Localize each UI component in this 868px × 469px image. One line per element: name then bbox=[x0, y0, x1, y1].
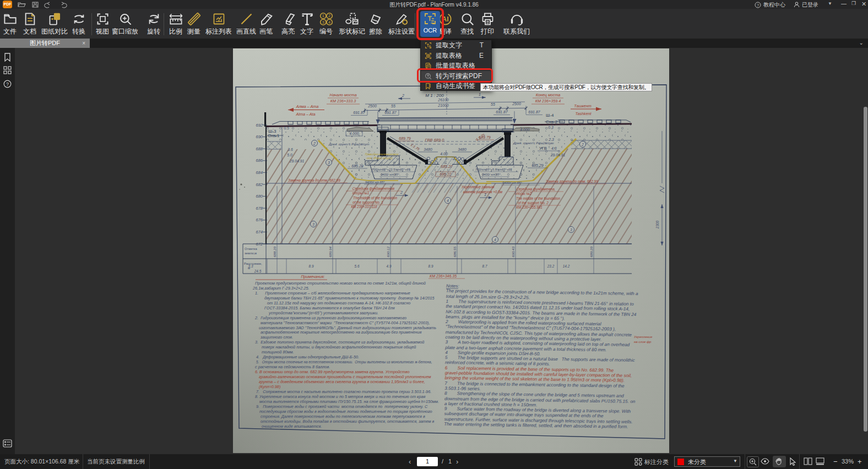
svg-text:2: 2 bbox=[402, 94, 404, 97]
svg-text:5. Опоры моста стоечные на е: 5. Опоры моста стоечные на естественном … bbox=[256, 360, 432, 364]
svg-text:674: 674 bbox=[256, 230, 263, 234]
svg-text:3.6: 3.6 bbox=[287, 148, 293, 151]
svg-text:686: 686 bbox=[256, 158, 263, 163]
svg-text:Notes:: Notes: bbox=[446, 283, 459, 288]
svg-text:с расчетом на сейсмичность 8 б: с расчетом на сейсмичность 8 баллов. bbox=[255, 364, 330, 369]
svg-text:Дрен. грунт с Рф≥2м/сут: Дрен. грунт с Рф≥2м/сут bbox=[513, 141, 554, 145]
svg-text:Ш-4: Ш-4 bbox=[546, 113, 554, 118]
svg-text:4: 4 bbox=[494, 238, 496, 242]
svg-text:26100: 26100 bbox=[437, 98, 449, 102]
svg-text:685.29: 685.29 bbox=[531, 163, 544, 167]
svg-text:9400// sin 65°: 9400// sin 65° bbox=[365, 181, 385, 184]
svg-text:692: 692 bbox=[256, 123, 263, 128]
svg-text:от 11.12.15г под нагрузку от п: от 11.12.15г под нагрузку от подвижного … bbox=[267, 301, 410, 306]
svg-text:of the support No. 1: of the support No. 1 bbox=[352, 200, 383, 205]
svg-text:КМ 236+346.35: КМ 236+346.35 bbox=[430, 274, 457, 278]
svg-text:691.87: 691.87 bbox=[384, 111, 397, 114]
svg-text:Alma – Ata: Alma – Ata bbox=[296, 112, 316, 117]
svg-text:of the support No. 2: of the support No. 2 bbox=[518, 201, 549, 205]
svg-text:камнем размером +0.5м: камнем размером +0.5м bbox=[463, 190, 503, 194]
svg-text:2500: 2500 bbox=[512, 102, 521, 106]
svg-text:4: 4 bbox=[447, 199, 449, 203]
svg-text:5.6: 5.6 bbox=[355, 264, 360, 268]
svg-text:Дрен. грунт с Рф≥2м/сут: Дрен. грунт с Рф≥2м/сут bbox=[328, 143, 370, 146]
svg-text:1: 1 bbox=[479, 92, 481, 96]
svg-text:686.55: 686.55 bbox=[453, 247, 457, 257]
svg-text:Замена грунта до отм. 682.99: Замена грунта до отм. 682.99 bbox=[546, 179, 598, 184]
svg-text:ГОСТ-33384-2015. Балки выполня: ГОСТ-33384-2015. Балки выполняются в опа… bbox=[264, 306, 395, 310]
svg-text:4.3: 4.3 bbox=[551, 146, 557, 150]
svg-text:8.7: 8.7 bbox=[482, 264, 487, 268]
svg-text:3: 3 bbox=[312, 222, 314, 226]
svg-text:двутавровые балки ТБН 21-65° п: двутавровые балки ТБН 21-65° применитель… bbox=[264, 296, 435, 301]
svg-text:691.87: 691.87 bbox=[353, 111, 366, 114]
svg-text:26,1м,габарит Г-29.3×2×2.25.: 26,1м,габарит Г-29.3×2×2.25. bbox=[252, 286, 310, 291]
svg-text:29.04.91: 29.04.91 bbox=[550, 153, 566, 157]
svg-text:691.87: 691.87 bbox=[528, 110, 541, 114]
svg-text:материала "Техноэластмост" мар: материала "Техноэластмост" марки "Техноэ… bbox=[261, 320, 430, 325]
svg-text:3: 3 bbox=[322, 20, 324, 25]
svg-text:(Купл=0.98): (Купл=0.98) bbox=[259, 384, 280, 389]
svg-text:2300: 2300 bbox=[655, 220, 659, 229]
svg-text:очищенном виде впитывается.: очищенном виде впитывается. bbox=[262, 424, 322, 429]
svg-text:поверх накладной плиты, и двух: поверх накладной плиты, и двухслойного а… bbox=[262, 345, 416, 350]
svg-text:опоры №1: опоры №1 bbox=[352, 191, 370, 195]
svg-text:3: 3 bbox=[328, 161, 330, 165]
svg-text:700/sin65°+5.8/sin65°+65: 700/sin65°+5.8/sin65°+65 bbox=[475, 168, 512, 171]
svg-text:Проектом предусмотрено строите: Проектом предусмотрено строительство нов… bbox=[255, 281, 426, 286]
svg-text:23.2: 23.2 bbox=[547, 264, 555, 268]
svg-text:осн. (Рф≥2 м/сут): осн. (Рф≥2 м/сут) bbox=[367, 156, 393, 160]
svg-text:The middle of the foundation: The middle of the foundation bbox=[516, 197, 560, 200]
svg-text:КМ 236+333.3: КМ 236+333.3 bbox=[330, 99, 356, 103]
svg-text:земли,м: земли,м bbox=[245, 252, 257, 255]
svg-text:отстойные колодцы. Вода попада: отстойные колодцы. Вода попадая в отстой… bbox=[261, 419, 435, 424]
svg-text:Отметка: Отметка bbox=[245, 247, 257, 250]
svg-text:4.000: 4.000 bbox=[520, 128, 530, 132]
svg-text:2: 2 bbox=[581, 143, 584, 146]
svg-text:685.29: 685.29 bbox=[351, 164, 364, 168]
svg-text:29.04.91: 29.04.91 bbox=[289, 159, 305, 163]
svg-text:678: 678 bbox=[256, 206, 263, 211]
svg-text:Алма – Ата: Алма – Ата bbox=[296, 104, 318, 109]
svg-text:Середина фундамента,: Середина фундамента, bbox=[516, 187, 555, 192]
svg-text:2: 2 bbox=[400, 190, 403, 194]
svg-text:4.00: 4.00 bbox=[440, 152, 448, 156]
svg-text:688: 688 bbox=[256, 146, 263, 151]
svg-text:21000: 21000 bbox=[437, 103, 449, 107]
svg-text:3480: 3480 bbox=[424, 148, 432, 151]
svg-text:689.94: 689.94 bbox=[328, 247, 332, 257]
svg-text:700/sin65°+23.5/sin65°+65: 700/sin65°+23.5/sin65°+65 bbox=[372, 168, 411, 171]
svg-text:690.12: 690.12 bbox=[386, 247, 390, 257]
svg-text:?: ? bbox=[757, 3, 759, 8]
svg-text:8.9: 8.9 bbox=[309, 264, 314, 268]
svg-text:685.22: 685.22 bbox=[440, 172, 452, 176]
svg-text:1: 1 bbox=[322, 13, 324, 18]
svg-text:толщиной 80мм.: толщиной 80мм. bbox=[262, 350, 294, 355]
svg-text:4. Деформационные швы однопр: 4. Деформационные швы однопрофильные ДШ-… bbox=[256, 355, 359, 359]
svg-text:Укрепление: Укрепление bbox=[633, 335, 653, 339]
svg-text:4: 4 bbox=[328, 20, 330, 25]
svg-text:асфальтобетонное покрытие непо: асфальтобетонное покрытие непосредственн… bbox=[261, 330, 421, 335]
svg-text:Середина фундаментная: Середина фундаментная bbox=[352, 187, 395, 191]
svg-text:3: 3 bbox=[570, 228, 572, 232]
svg-text:1. Пролетное строение – с: 1. Пролетное строение – с/б железобетонн… bbox=[255, 291, 410, 296]
svg-text:Схв-2: Схв-2 bbox=[546, 119, 558, 124]
svg-text:2.3: 2.3 bbox=[548, 138, 554, 141]
svg-text:55: 55 bbox=[391, 104, 395, 108]
svg-text:КМ 236+337.118: КМ 236+337.118 bbox=[351, 205, 377, 209]
svg-text:8.9: 8.9 bbox=[428, 264, 433, 268]
svg-text:2: 2 bbox=[313, 141, 316, 145]
svg-text:0.3: 0.3 bbox=[548, 126, 554, 129]
svg-text:680: 680 bbox=[256, 194, 263, 199]
svg-text:Примечания:: Примечания: bbox=[301, 274, 324, 279]
svg-text:гравийно-галечникового основан: гравийно-галечникового основания произво… bbox=[259, 374, 431, 379]
svg-text:3480: 3480 bbox=[458, 148, 466, 151]
svg-text:3400/ sin 65°: 3400/ sin 65° bbox=[381, 173, 400, 176]
svg-text:689.20: 689.20 bbox=[589, 247, 593, 257]
svg-text:5.0: 5.0 bbox=[287, 153, 292, 157]
svg-text:Ташкент: Ташкент bbox=[574, 103, 592, 108]
svg-text:строения. Далее поверхностные: строения. Далее поверхностные воды по те… bbox=[261, 414, 425, 419]
svg-text:682: 682 bbox=[256, 182, 263, 187]
svg-text:4.9: 4.9 bbox=[387, 264, 392, 268]
svg-text:Расстояние,: Расстояние, bbox=[244, 262, 262, 265]
